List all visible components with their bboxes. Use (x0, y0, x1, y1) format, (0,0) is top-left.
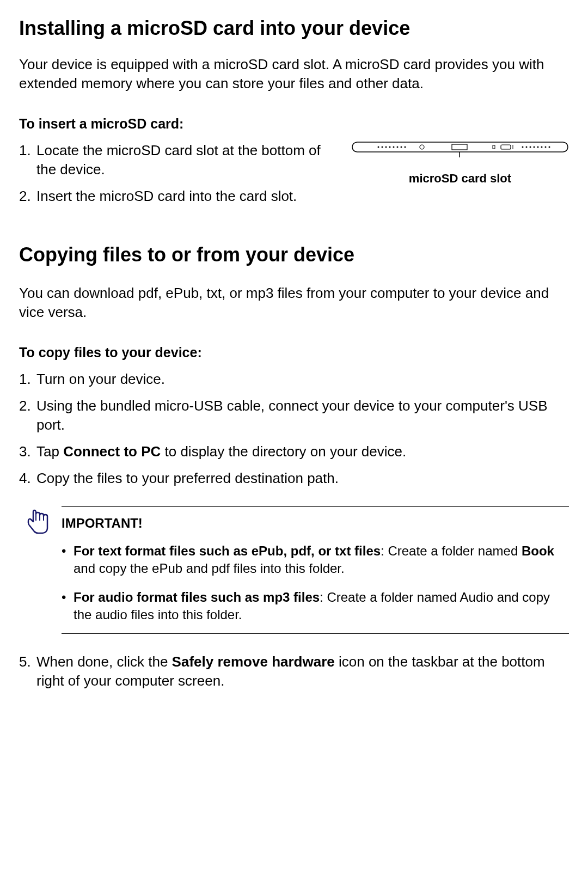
svg-point-2 (382, 146, 383, 148)
device-bottom-illustration (351, 141, 569, 157)
svg-point-18 (534, 146, 535, 148)
svg-point-22 (549, 146, 550, 148)
svg-rect-13 (501, 145, 511, 149)
svg-point-3 (385, 146, 387, 148)
svg-point-4 (389, 146, 391, 148)
svg-point-19 (537, 146, 539, 148)
section2-step-5: When done, click the Safely remove hardw… (19, 652, 569, 691)
svg-point-9 (420, 145, 424, 149)
svg-rect-12 (493, 145, 495, 149)
section2-step-4: Copy the files to your preferred destina… (19, 469, 569, 488)
svg-point-17 (530, 146, 531, 148)
section2-intro: You can download pdf, ePub, txt, or mp3 … (19, 284, 569, 322)
important-item-1: For text format files such as ePub, pdf,… (62, 542, 569, 578)
svg-rect-0 (352, 142, 568, 152)
svg-point-15 (522, 146, 524, 148)
svg-point-21 (545, 146, 547, 148)
section2-step-3: Tap Connect to PC to display the directo… (19, 442, 569, 461)
section2-subheading: To copy files to your device: (19, 344, 569, 362)
hand-icon (23, 506, 51, 542)
svg-point-8 (405, 146, 406, 148)
section1-step-1: Locate the microSD card slot at the bott… (19, 141, 340, 179)
section1-title: Installing a microSD card into your devi… (19, 16, 569, 40)
important-item-2: For audio format files such as mp3 files… (62, 589, 569, 624)
svg-point-7 (401, 146, 402, 148)
svg-point-6 (397, 146, 399, 148)
svg-rect-10 (452, 144, 467, 150)
svg-point-1 (378, 146, 379, 148)
important-title: IMPORTANT! (62, 515, 569, 532)
section1-step-2: Insert the microSD card into the card sl… (19, 187, 340, 206)
figure-label: microSD card slot (409, 170, 511, 187)
section1-intro: Your device is equipped with a microSD c… (19, 55, 569, 93)
svg-point-16 (526, 146, 528, 148)
svg-point-20 (541, 146, 543, 148)
section2-step-1: Turn on your device. (19, 370, 569, 389)
section2-step-2: Using the bundled micro-USB cable, conne… (19, 396, 569, 435)
svg-point-5 (393, 146, 395, 148)
section2-title: Copying files to or from your device (19, 242, 569, 268)
section1-subheading: To insert a microSD card: (19, 115, 569, 133)
